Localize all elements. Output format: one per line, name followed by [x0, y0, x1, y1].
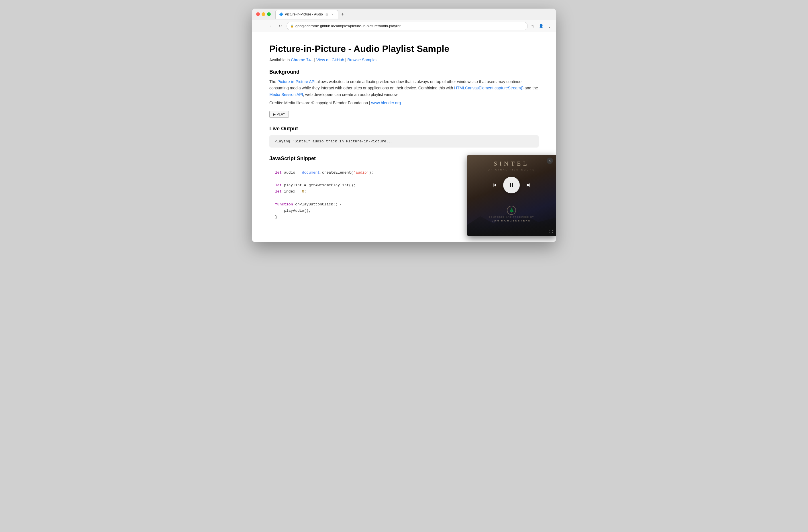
traffic-lights	[256, 12, 271, 16]
live-output-box: Playing "Sintel" audio track in Picture-…	[269, 135, 539, 148]
live-output-text: Playing "Sintel" audio track in Picture-…	[275, 139, 393, 144]
active-tab[interactable]: 🔷 Picture-in-Picture - Audio ⊡ ×	[275, 10, 338, 19]
bg-text-mid: and the	[524, 86, 538, 90]
url-text: googlechrome.github.io/samples/picture-i…	[295, 24, 524, 28]
reload-button[interactable]: ↻	[276, 22, 284, 30]
url-bar[interactable]: 🔒 googlechrome.github.io/samples/picture…	[287, 22, 528, 30]
forward-button[interactable]: →	[266, 22, 274, 30]
tab-close-button[interactable]: ×	[330, 12, 334, 16]
new-tab-button[interactable]: +	[339, 11, 346, 18]
pip-composer-name: JAN MORGENSTERN	[492, 219, 531, 222]
minimize-window-button[interactable]	[262, 12, 265, 16]
page-content: Picture-in-Picture - Audio Playlist Samp…	[252, 32, 556, 242]
pip-pause-button[interactable]	[503, 177, 520, 194]
credits-end: .	[401, 100, 402, 105]
browser-menu-icon[interactable]: ⋮	[547, 23, 552, 29]
play-button[interactable]: ▶ PLAY	[269, 111, 289, 118]
live-output-section: Live Output Playing "Sintel" audio track…	[269, 126, 539, 148]
pip-title: SINTEL	[494, 160, 529, 167]
background-heading: Background	[269, 69, 539, 75]
live-output-heading: Live Output	[269, 126, 539, 132]
tab-favicon-icon: 🔷	[279, 12, 283, 16]
pip-api-link[interactable]: Picture-in-Picture API	[277, 79, 315, 84]
pip-previous-button[interactable]	[491, 181, 499, 189]
close-window-button[interactable]	[256, 12, 260, 16]
credits-text: Credits: Media files are © copyright Ble…	[269, 100, 371, 105]
pip-controls	[491, 177, 532, 194]
sep2: |	[344, 58, 347, 62]
pip-logo-icon: 🌲	[507, 206, 516, 215]
profile-icon[interactable]: 👤	[538, 23, 545, 29]
title-bar: 🔷 Picture-in-Picture - Audio ⊡ × +	[252, 8, 556, 20]
pip-next-button[interactable]	[524, 181, 532, 189]
credits-line: Credits: Media files are © copyright Ble…	[269, 100, 539, 105]
availability-prefix: Available in	[269, 58, 291, 62]
sep1: |	[313, 58, 316, 62]
media-session-link[interactable]: Media Session API	[269, 92, 303, 97]
tab-picture-in-picture-icon: ⊡	[325, 12, 329, 16]
pip-close-button[interactable]: ×	[547, 158, 553, 164]
tab-title: Picture-in-Picture - Audio	[285, 12, 323, 16]
maximize-window-button[interactable]	[267, 12, 271, 16]
pip-artwork: SINTEL ORIGINAL FILM SCORE	[467, 155, 556, 236]
pip-logo: 🌲 Composed and Produced by JAN MORGENSTE…	[489, 206, 534, 222]
view-on-github-link[interactable]: View on GitHub	[316, 58, 344, 62]
pip-overlay: × SINTEL ORIGINAL FILM SCORE	[467, 155, 556, 236]
pip-expand-button[interactable]: ⛶	[548, 229, 554, 234]
tab-area: 🔷 Picture-in-Picture - Audio ⊡ × +	[275, 10, 552, 19]
chrome-version-link[interactable]: Chrome 74+	[291, 58, 313, 62]
browse-samples-link[interactable]: Browse Samples	[348, 58, 378, 62]
bg-text-end: , web developers can create an audio pla…	[303, 92, 399, 97]
bg-text-before: The	[269, 79, 277, 84]
blender-link[interactable]: www.blender.org	[371, 100, 401, 105]
background-paragraph-1: The Picture-in-Picture API allows websit…	[269, 78, 539, 98]
page-title: Picture-in-Picture - Audio Playlist Samp…	[269, 43, 539, 54]
canvas-capture-link[interactable]: HTMLCanvasElement.captureStream()	[454, 86, 524, 90]
bookmark-star-icon[interactable]: ☆	[530, 23, 535, 29]
back-button[interactable]: ←	[256, 22, 263, 30]
availability-line: Available in Chrome 74+ | View on GitHub…	[269, 58, 539, 62]
address-bar: ← → ↻ 🔒 googlechrome.github.io/samples/p…	[252, 20, 556, 32]
secure-lock-icon: 🔒	[290, 24, 294, 27]
pip-subtitle: ORIGINAL FILM SCORE	[488, 168, 535, 171]
pip-composer-label: Composed and Produced by	[489, 216, 534, 218]
browser-window: 🔷 Picture-in-Picture - Audio ⊡ × + ← → ↻…	[252, 8, 556, 242]
